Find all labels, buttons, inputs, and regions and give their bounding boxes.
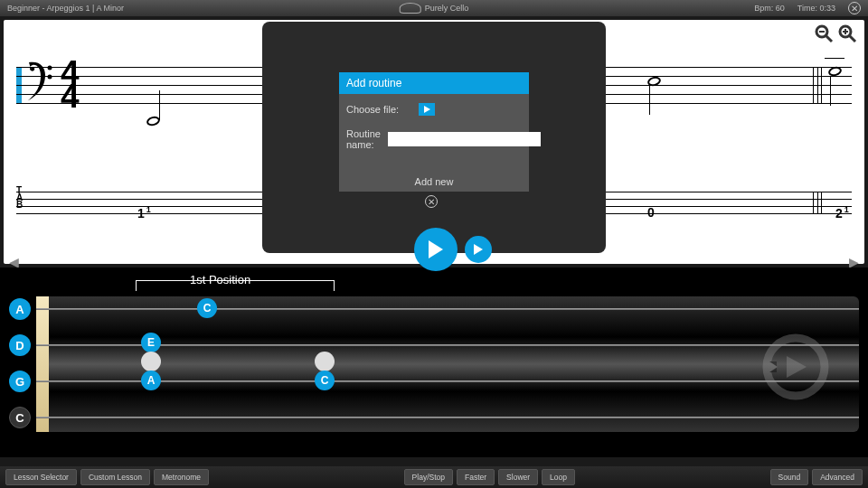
top-bar: Beginner - Arpeggios 1 | A Minor Purely …	[0, 0, 868, 16]
zoom-out-icon[interactable]	[814, 23, 834, 43]
lesson-title: Beginner - Arpeggios 1 | A Minor	[7, 4, 124, 13]
custom-lesson-button[interactable]: Custom Lesson	[80, 469, 150, 485]
finger-dot[interactable]	[315, 352, 335, 371]
zoom-in-icon[interactable]	[837, 23, 857, 43]
add-new-button[interactable]: Add new	[339, 172, 529, 192]
fret-note-A[interactable]: A	[141, 371, 161, 390]
choose-file-label: Choose file:	[346, 104, 411, 115]
fret-note-E[interactable]: E	[141, 333, 161, 352]
fretboard-area: 1st Position ADGCCEAC	[0, 267, 868, 457]
faster-button[interactable]: Faster	[457, 469, 495, 485]
open-string-A[interactable]: A	[9, 298, 31, 320]
reset-position-icon[interactable]	[760, 331, 832, 403]
sound-button[interactable]: Sound	[770, 469, 809, 485]
nut	[36, 296, 49, 432]
cello-logo-icon	[400, 3, 421, 14]
choose-file-button[interactable]	[419, 103, 435, 116]
tab-fret: 0	[647, 205, 655, 220]
loop-button[interactable]: Loop	[542, 469, 575, 485]
time-signature: 44	[61, 61, 80, 108]
dialog-close-icon[interactable]: ✕	[425, 195, 438, 208]
bpm-display: Bpm: 60	[754, 4, 785, 13]
open-string-C[interactable]: C	[9, 407, 31, 428]
time-display: Time: 0:33	[797, 4, 835, 13]
svg-line-1	[826, 35, 832, 42]
dialog-title: Add routine	[339, 72, 529, 94]
open-string-D[interactable]: D	[9, 334, 31, 356]
fret-note-C[interactable]: C	[197, 298, 217, 318]
svg-line-4	[849, 35, 855, 42]
open-string-G[interactable]: G	[9, 371, 31, 392]
routine-name-input[interactable]	[388, 132, 541, 146]
advanced-button[interactable]: Advanced	[812, 469, 863, 485]
bottom-toolbar: Lesson Selector Custom Lesson Metronome …	[0, 466, 868, 488]
close-icon[interactable]: ✕	[848, 2, 861, 14]
position-label: 1st Position	[190, 273, 250, 286]
tab-fret: 11	[137, 205, 151, 221]
add-routine-dialog: Add routine Choose file: Routine name: A…	[339, 72, 529, 192]
slower-button[interactable]: Slower	[498, 469, 538, 485]
brand: Purely Cello	[400, 3, 469, 14]
play-stop-button[interactable]: Play/Stop	[404, 469, 453, 485]
play-button[interactable]	[414, 228, 458, 271]
lesson-selector-button[interactable]: Lesson Selector	[5, 469, 77, 485]
tab-fret: 21	[835, 205, 849, 221]
routine-name-label: Routine name:	[346, 128, 381, 150]
fret-note-C[interactable]: C	[315, 371, 335, 390]
finger-dot[interactable]	[141, 352, 161, 371]
metronome-button[interactable]: Metronome	[154, 469, 209, 485]
play-next-button[interactable]	[465, 236, 492, 263]
